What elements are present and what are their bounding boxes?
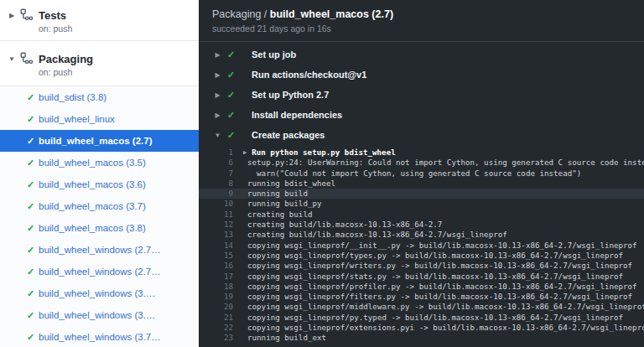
- log-line-text: creating build/lib.macosx-10.13-x86_64-2…: [247, 220, 442, 230]
- log-line: 21 copying wsgi_lineprof/py.typed -> bui…: [199, 313, 644, 323]
- step-create-packages[interactable]: ▼ ✓ Create packages: [199, 125, 644, 145]
- log-line-text: copying wsgi_lineprof/writers.py -> buil…: [247, 261, 632, 271]
- workflow-trigger: on: push: [39, 23, 189, 34]
- log-line-number[interactable]: 11: [199, 210, 233, 220]
- workflow-trigger: on: push: [39, 67, 189, 77]
- log-line: 22 copying wsgi_lineprof/extensions.pyi …: [199, 323, 644, 333]
- check-icon: ✓: [27, 92, 39, 103]
- job-label: build_wheel_windows (3.…: [39, 288, 155, 298]
- workflow-header-tests[interactable]: ▶ Tests: [7, 8, 189, 22]
- job-label: build_wheel_macos (3.7): [39, 201, 146, 211]
- log-line-number[interactable]: 23: [199, 333, 233, 343]
- log-line-text: creating build: [247, 210, 312, 220]
- log-line-number[interactable]: 13: [199, 230, 233, 240]
- log-line-text: Run python setup.py bdist_wheel: [252, 148, 395, 158]
- job-item-build-wheel-macos-37[interactable]: ✓ build_wheel_macos (3.7): [0, 195, 199, 217]
- log-line-highlighted: 9 running build: [199, 189, 644, 199]
- log-line-number[interactable]: 10: [199, 199, 233, 209]
- step-install-dependencies[interactable]: ▶ ✓ Install dependencies: [199, 105, 644, 125]
- log-output: 1 ▶ Run python setup.py bdist_wheel 6 se…: [199, 148, 644, 344]
- job-label: build_wheel_windows (3.…: [39, 310, 155, 320]
- run-caret-icon: ▶: [243, 148, 247, 158]
- job-label: build_wheel_linux: [39, 114, 115, 124]
- breadcrumb-workflow[interactable]: Packaging: [212, 8, 261, 20]
- workflow-section-packaging: ▼ Packaging on: push: [0, 41, 199, 86]
- check-icon: ✓: [27, 288, 39, 299]
- log-line-number[interactable]: 16: [199, 261, 233, 271]
- log-line-text: copying wsgi_lineprof/filters.py -> buil…: [247, 292, 632, 302]
- log-line-text: creating build/lib.macosx-10.13-x86_64-2…: [247, 230, 507, 240]
- job-list: ✓ build_sdist (3.8) ✓ build_wheel_linux …: [0, 86, 199, 347]
- log-line-number[interactable]: 15: [199, 251, 233, 261]
- job-item-build-wheel-macos-35[interactable]: ✓ build_wheel_macos (3.5): [0, 152, 199, 174]
- log-line-number[interactable]: 8: [199, 179, 233, 189]
- check-icon: ✓: [27, 245, 39, 256]
- log-line-number[interactable]: 1: [199, 148, 233, 158]
- step-label: Set up Python 2.7: [252, 90, 329, 100]
- check-icon: ✓: [27, 310, 39, 321]
- log-line-text: copying wsgi_lineprof/stats.py -> build/…: [247, 272, 623, 282]
- job-item-build-wheel-windows-27-32[interactable]: ✓ build_wheel_windows (2.7…: [0, 239, 199, 261]
- log-line-number[interactable]: 7: [199, 168, 233, 179]
- log-line: 17 copying wsgi_lineprof/stats.py -> bui…: [199, 272, 644, 282]
- log-line-number[interactable]: 20: [199, 302, 233, 312]
- check-icon: ✓: [27, 179, 39, 190]
- check-icon: ✓: [27, 158, 39, 168]
- log-line-number[interactable]: 9: [199, 189, 233, 199]
- check-icon: ✓: [27, 114, 39, 125]
- job-item-build-wheel-windows-3x-a[interactable]: ✓ build_wheel_windows (3.…: [0, 282, 199, 304]
- step-set-up-python[interactable]: ▶ ✓ Set up Python 2.7: [199, 85, 644, 105]
- log-line: 7 warn("Could not import Cython, using g…: [199, 168, 644, 179]
- workflow-icon: [20, 8, 34, 22]
- breadcrumb-job-name: build_wheel_macos (2.7): [270, 8, 393, 20]
- chevron-right-icon: ▶: [212, 51, 223, 59]
- job-item-build-wheel-windows-27-64[interactable]: ✓ build_wheel_windows (2.7…: [0, 261, 199, 282]
- log-line-number[interactable]: 18: [199, 282, 233, 292]
- log-line-text: copying wsgi_lineprof/profiler.py -> bui…: [247, 282, 637, 292]
- job-item-build-wheel-macos-36[interactable]: ✓ build_wheel_macos (3.6): [0, 174, 199, 195]
- step-run-actions-checkout[interactable]: ▶ ✓ Run actions/checkout@v1: [199, 65, 644, 85]
- job-label: build_wheel_macos (3.5): [39, 158, 146, 168]
- chevron-down-icon: ▼: [7, 55, 17, 63]
- check-icon: ✓: [227, 70, 239, 80]
- check-icon: ✓: [227, 90, 239, 101]
- chevron-right-icon: ▶: [212, 111, 223, 119]
- check-icon: ✓: [27, 267, 39, 277]
- workflow-header-packaging[interactable]: ▼ Packaging: [7, 52, 189, 65]
- log-line-number[interactable]: 22: [199, 323, 233, 333]
- step-set-up-job[interactable]: ▶ ✓ Set up job: [199, 44, 644, 65]
- job-item-build-wheel-linux[interactable]: ✓ build_wheel_linux: [0, 108, 199, 130]
- job-item-build-wheel-windows-37[interactable]: ✓ build_wheel_windows (3.7…: [0, 326, 199, 347]
- job-label: build_wheel_windows (2.7…: [39, 267, 161, 277]
- log-line: 12 creating build/lib.macosx-10.13-x86_6…: [199, 220, 644, 230]
- chevron-right-icon: ▶: [212, 71, 223, 79]
- step-label: Run actions/checkout@v1: [252, 70, 366, 80]
- step-label: Set up job: [252, 49, 296, 60]
- log-line-number[interactable]: 6: [199, 158, 233, 168]
- log-line-text: copying wsgi_lineprof/types.py -> build/…: [247, 251, 623, 261]
- log-line-number[interactable]: 19: [199, 292, 233, 302]
- log-line-text: copying wsgi_lineprof/middleware.py -> b…: [247, 302, 644, 312]
- log-line-text: running build: [247, 189, 308, 199]
- log-line-text: copying wsgi_lineprof/__init__.py -> bui…: [247, 241, 637, 251]
- log-line-text: copying wsgi_lineprof/extensions.pyi -> …: [247, 323, 644, 333]
- workflow-name: Tests: [39, 9, 66, 22]
- log-line: 15 copying wsgi_lineprof/types.py -> bui…: [199, 251, 644, 261]
- log-line-number[interactable]: 17: [199, 272, 233, 282]
- job-item-build-wheel-macos-27-selected[interactable]: ✓ build_wheel_macos (2.7): [0, 130, 199, 152]
- job-item-build-wheel-windows-3x-b[interactable]: ✓ build_wheel_windows (3.…: [0, 304, 199, 326]
- chevron-right-icon: ▶: [7, 12, 17, 19]
- log-line-number[interactable]: 21: [199, 313, 233, 323]
- log-line-text: running bdist_wheel: [247, 179, 335, 189]
- log-line-text: copying wsgi_lineprof/py.typed -> build/…: [247, 313, 623, 323]
- log-line: 13 creating build/lib.macosx-10.13-x86_6…: [199, 230, 644, 240]
- step-label: Create packages: [252, 130, 325, 140]
- breadcrumb: Packaging / build_wheel_macos (2.7): [212, 8, 631, 21]
- log-line: 11 creating build: [199, 210, 644, 220]
- job-log-panel: Packaging / build_wheel_macos (2.7) succ…: [199, 0, 644, 347]
- job-item-build-sdist-38[interactable]: ✓ build_sdist (3.8): [0, 86, 199, 108]
- run-header: Packaging / build_wheel_macos (2.7) succ…: [199, 0, 644, 42]
- job-item-build-wheel-macos-38[interactable]: ✓ build_wheel_macos (3.8): [0, 217, 199, 239]
- log-line-number[interactable]: 14: [199, 241, 233, 251]
- log-line-number[interactable]: 12: [199, 220, 233, 230]
